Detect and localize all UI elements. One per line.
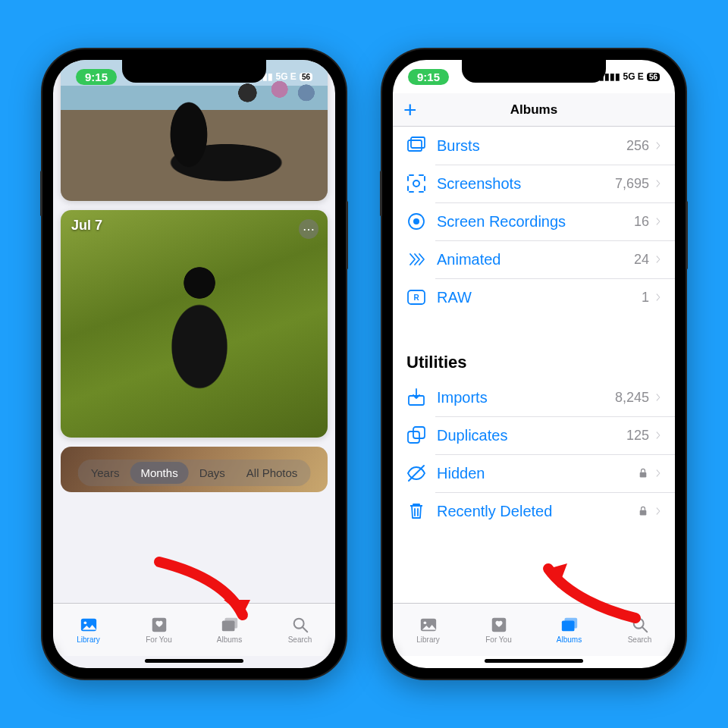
chevron-right-icon — [654, 177, 663, 190]
segment-years[interactable]: Years — [80, 462, 130, 484]
library-icon — [419, 616, 438, 634]
battery-badge: 56 — [647, 73, 660, 81]
notch — [462, 60, 606, 83]
raw-icon — [406, 287, 426, 307]
albums-icon — [560, 616, 579, 634]
tab-label: For You — [146, 635, 171, 644]
tab-foryou[interactable]: For You — [124, 604, 194, 656]
foryou-icon — [149, 616, 169, 634]
tab-label: Search — [288, 635, 312, 644]
tab-foryou[interactable]: For You — [463, 604, 534, 656]
nav-bar: + Albums — [393, 93, 675, 127]
duplicates-icon — [406, 425, 426, 445]
screenshots-icon — [406, 174, 426, 193]
carrier-label: 5G E — [276, 71, 297, 82]
row-label: Duplicates — [437, 427, 626, 444]
chevron-right-icon — [654, 253, 663, 266]
search-icon — [630, 616, 650, 634]
tab-albums[interactable]: Albums — [194, 604, 265, 656]
tab-label: Library — [416, 635, 440, 644]
tab-library[interactable]: Library — [53, 604, 124, 656]
add-album-button[interactable]: + — [403, 99, 417, 121]
tab-label: Library — [77, 635, 100, 644]
day-title: Jul 7 — [71, 218, 102, 234]
albums-list[interactable]: Bursts256Screenshots7,695Screen Recordin… — [393, 127, 675, 603]
foryou-icon — [489, 616, 509, 634]
home-indicator[interactable] — [393, 656, 675, 668]
tab-search[interactable]: Search — [604, 604, 675, 656]
row-count: 16 — [634, 214, 649, 230]
phone-right: 9:15 ▮▮▮▮ 5G E 56 + Albums Bursts256Scre… — [382, 49, 686, 679]
tab-label: For You — [485, 635, 511, 644]
utilities-header: Utilities — [393, 331, 675, 378]
lock-icon — [637, 504, 649, 518]
row-count: 1 — [642, 290, 649, 306]
nav-title: Albums — [510, 102, 557, 118]
row-recordings[interactable]: Screen Recordings16 — [393, 202, 675, 240]
tab-bar: Library For You Albums Search — [53, 603, 335, 656]
row-label: Screenshots — [437, 175, 615, 193]
chevron-right-icon — [654, 139, 663, 152]
chevron-right-icon — [654, 290, 663, 304]
row-duplicates[interactable]: Duplicates125 — [393, 416, 675, 454]
lock-icon — [637, 466, 649, 480]
bursts-icon — [406, 136, 426, 155]
segment-months[interactable]: Months — [130, 462, 188, 484]
row-count: 125 — [626, 428, 649, 444]
row-imports[interactable]: Imports8,245 — [393, 378, 675, 416]
tab-label: Albums — [217, 635, 242, 644]
row-count: 7,695 — [615, 176, 649, 192]
screen-library: 9:15 ▮▮▮▮ 5G E 56 July 2020 Jul 7 ⋯ — [53, 60, 335, 668]
row-label: Animated — [437, 251, 634, 268]
tab-albums[interactable]: Albums — [534, 604, 604, 656]
row-hidden[interactable]: Hidden — [393, 454, 675, 492]
tab-label: Albums — [557, 635, 582, 644]
view-segmented-control[interactable]: Years Months Days All Photos — [78, 460, 311, 486]
search-icon — [290, 616, 310, 634]
notch — [122, 60, 266, 83]
row-trash[interactable]: Recently Deleted — [393, 492, 675, 530]
albums-icon — [220, 616, 240, 634]
segment-days[interactable]: Days — [189, 462, 236, 484]
tab-library[interactable]: Library — [393, 604, 463, 656]
carrier-label: 5G E — [623, 71, 644, 82]
row-screenshots[interactable]: Screenshots7,695 — [393, 165, 675, 202]
phone-left: 9:15 ▮▮▮▮ 5G E 56 July 2020 Jul 7 ⋯ — [42, 49, 346, 679]
row-count: 24 — [634, 252, 649, 268]
row-label: Bursts — [437, 137, 626, 155]
animated-icon — [406, 249, 426, 269]
chevron-right-icon — [654, 215, 663, 228]
chevron-right-icon — [654, 466, 663, 480]
battery-badge: 56 — [300, 73, 312, 81]
tab-search[interactable]: Search — [265, 604, 335, 656]
segment-allphotos[interactable]: All Photos — [236, 462, 309, 484]
library-icon — [79, 616, 99, 634]
imports-icon — [406, 388, 426, 407]
more-button[interactable]: ⋯ — [299, 219, 318, 239]
status-time: 9:15 — [408, 69, 449, 85]
chevron-right-icon — [654, 391, 663, 404]
chevron-right-icon — [654, 504, 663, 518]
trash-icon — [406, 501, 426, 521]
row-label: RAW — [437, 289, 642, 306]
library-scroll[interactable]: 9:15 ▮▮▮▮ 5G E 56 July 2020 Jul 7 ⋯ — [53, 60, 335, 603]
screen-albums: 9:15 ▮▮▮▮ 5G E 56 + Albums Bursts256Scre… — [393, 60, 675, 668]
row-count: 8,245 — [615, 390, 649, 406]
row-label: Screen Recordings — [437, 213, 634, 231]
hidden-icon — [406, 463, 426, 483]
row-label: Imports — [437, 389, 615, 406]
home-indicator[interactable] — [53, 656, 335, 668]
row-label: Recently Deleted — [437, 503, 637, 520]
day-card-jul7[interactable]: Jul 7 ⋯ — [61, 210, 328, 438]
tab-bar: Library For You Albums Search — [393, 603, 675, 656]
next-card-peek[interactable]: Years Months Days All Photos — [61, 447, 328, 492]
row-bursts[interactable]: Bursts256 — [393, 127, 675, 165]
tab-label: Search — [628, 635, 652, 644]
row-animated[interactable]: Animated24 — [393, 240, 675, 278]
recordings-icon — [406, 212, 426, 231]
row-label: Hidden — [437, 465, 637, 482]
row-raw[interactable]: RAW1 — [393, 278, 675, 316]
chevron-right-icon — [654, 428, 663, 442]
status-right: ▮▮▮▮ 5G E 56 — [599, 71, 660, 82]
status-time: 9:15 — [76, 69, 117, 85]
